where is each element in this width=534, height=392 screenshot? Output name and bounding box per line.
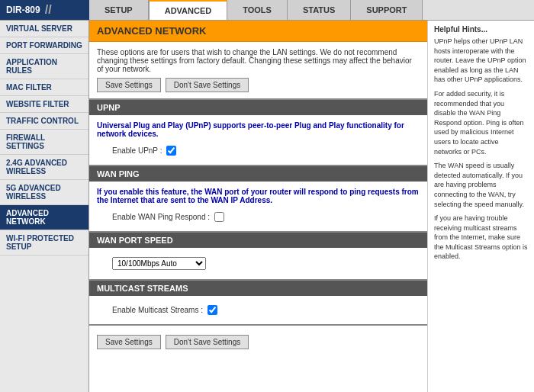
hints-para-3: If you are having trouble receiving mult… (434, 214, 528, 262)
section-wan-ping: WAN PING If you enable this feature, the… (89, 166, 427, 233)
tab-status[interactable]: STATUS (288, 0, 351, 20)
wan-port-speed-form-row: 10/100Mbps Auto 10Mbps Half-Duplex 10Mbp… (97, 254, 420, 273)
hints-panel: Helpful Hints... UPnP helps other UPnP L… (427, 21, 534, 392)
intro-box: These options are for users that wish to… (89, 42, 427, 100)
section-multicast-streams-body: Enable Multicast Streams : (89, 296, 427, 324)
wan-ping-checkbox[interactable] (214, 212, 224, 222)
wan-ping-form-row: Enable WAN Ping Respond : (97, 209, 420, 225)
wan-ping-description: If you enable this feature, the WAN port… (97, 188, 420, 204)
hints-title: Helpful Hints... (434, 25, 528, 34)
section-multicast-streams: MULTICAST STREAMS Enable Multicast Strea… (89, 281, 427, 326)
save-settings-button-top[interactable]: Save Settings (97, 78, 161, 92)
upnp-label: Enable UPnP : (112, 146, 162, 155)
wan-port-speed-select[interactable]: 10/100Mbps Auto 10Mbps Half-Duplex 10Mbp… (112, 257, 206, 270)
tab-tools[interactable]: TOOLS (227, 0, 288, 20)
intro-text: These options are for users that wish to… (97, 48, 420, 73)
hints-para-0: UPnP helps other UPnP LAN hosts interope… (434, 37, 528, 85)
section-wan-ping-header: WAN PING (89, 166, 427, 182)
section-upnp: UPNP Universal Plug and Play (UPnP) supp… (89, 100, 427, 166)
section-multicast-streams-header: MULTICAST STREAMS (89, 281, 427, 296)
upnp-description: Universal Plug and Play (UPnP) supports … (97, 121, 420, 138)
hints-para-2: The WAN speed is usually detected automa… (434, 161, 528, 209)
dont-save-settings-button-top[interactable]: Don't Save Settings (166, 78, 249, 92)
section-upnp-body: Universal Plug and Play (UPnP) supports … (89, 115, 427, 165)
bottom-button-row: Save Settings Don't Save Settings (89, 329, 427, 355)
upnp-checkbox[interactable] (166, 146, 176, 156)
hints-para-1: For added security, it is recommended th… (434, 89, 528, 156)
multicast-form-row: Enable Multicast Streams : (97, 302, 420, 318)
sidebar-item-24g-advanced-wireless[interactable]: 2.4G ADVANCED WIRELESS (0, 155, 88, 180)
tab-setup[interactable]: SETUP (89, 0, 149, 20)
sidebar: VIRTUAL SERVER PORT FORWARDING APPLICATI… (0, 21, 89, 392)
logo-slash: // (45, 3, 52, 17)
section-wan-port-speed-header: WAN PORT SPEED (89, 233, 427, 248)
sidebar-item-application-rules[interactable]: APPLICATION RULES (0, 54, 88, 79)
logo-area: DIR-809 // (0, 0, 89, 20)
sidebar-item-port-forwarding[interactable]: PORT FORWARDING (0, 37, 88, 54)
tab-advanced[interactable]: ADVANCED (149, 0, 228, 20)
section-wan-port-speed-body: 10/100Mbps Auto 10Mbps Half-Duplex 10Mbp… (89, 248, 427, 279)
content-area: ADVANCED NETWORK These options are for u… (89, 21, 427, 392)
dont-save-settings-button-bottom[interactable]: Don't Save Settings (166, 335, 249, 349)
top-bar: DIR-809 // SETUP ADVANCED TOOLS STATUS S… (0, 0, 534, 21)
main-layout: VIRTUAL SERVER PORT FORWARDING APPLICATI… (0, 21, 534, 392)
advanced-network-header: ADVANCED NETWORK (89, 21, 427, 42)
save-settings-button-bottom[interactable]: Save Settings (97, 335, 161, 349)
sidebar-item-5g-advanced-wireless[interactable]: 5G ADVANCED WIRELESS (0, 180, 88, 205)
multicast-checkbox[interactable] (207, 305, 217, 315)
section-wan-port-speed: WAN PORT SPEED 10/100Mbps Auto 10Mbps Ha… (89, 233, 427, 281)
section-upnp-header: UPNP (89, 100, 427, 115)
section-wan-ping-body: If you enable this feature, the WAN port… (89, 182, 427, 231)
wan-ping-label: Enable WAN Ping Respond : (112, 213, 210, 221)
multicast-label: Enable Multicast Streams : (112, 306, 203, 314)
sidebar-item-advanced-network[interactable]: ADVANCED NETWORK (0, 205, 88, 230)
logo-model: DIR-809 (6, 5, 40, 15)
sidebar-item-virtual-server[interactable]: VIRTUAL SERVER (0, 21, 88, 37)
upnp-form-row: Enable UPnP : (97, 143, 420, 159)
sidebar-item-wi-fi-protected-setup[interactable]: WI-FI PROTECTED SETUP (0, 230, 88, 255)
sidebar-item-traffic-control[interactable]: TRAFFIC CONTROL (0, 113, 88, 130)
sidebar-item-firewall-settings[interactable]: FIREWALL SETTINGS (0, 130, 88, 155)
sidebar-item-website-filter[interactable]: WEBSITE FILTER (0, 96, 88, 113)
sidebar-item-mac-filter[interactable]: MAC FILTER (0, 79, 88, 96)
intro-button-row: Save Settings Don't Save Settings (97, 78, 420, 92)
nav-tabs: SETUP ADVANCED TOOLS STATUS SUPPORT (89, 0, 534, 20)
tab-support[interactable]: SUPPORT (351, 0, 423, 20)
